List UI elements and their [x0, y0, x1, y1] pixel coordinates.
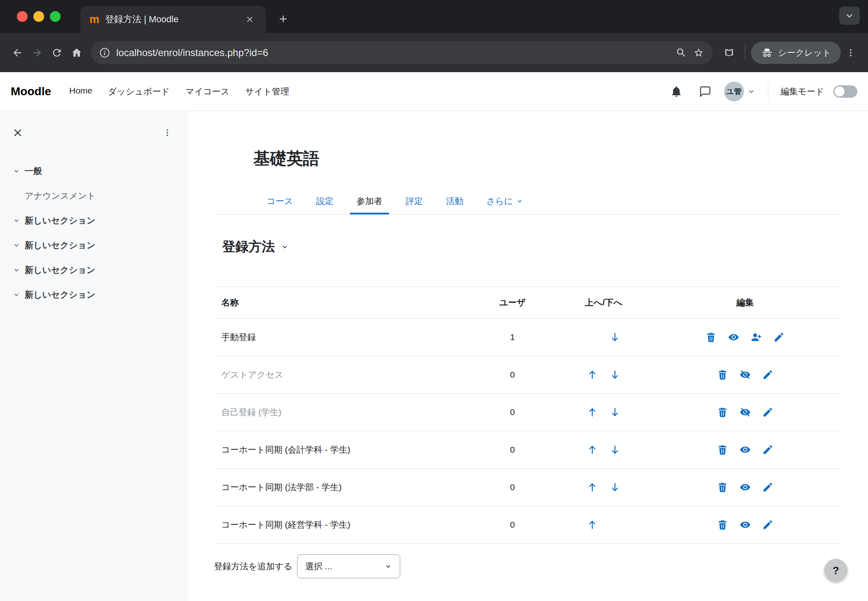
tab-more[interactable]: さらに: [480, 189, 530, 214]
toolbar-divider: [745, 46, 745, 60]
move-up-button[interactable]: [586, 481, 598, 493]
eye-icon: [728, 331, 739, 343]
move-up-button[interactable]: [586, 444, 598, 455]
tab-activities[interactable]: 活動: [439, 189, 470, 214]
messages-button[interactable]: [695, 82, 715, 101]
sidebar-item-section-4[interactable]: 新しいセクション: [0, 282, 188, 307]
url-text[interactable]: localhost/enrol/instances.php?id=6: [116, 47, 670, 59]
hide-button[interactable]: [739, 519, 751, 531]
move-down-button[interactable]: [609, 406, 621, 418]
tab-close-icon[interactable]: [243, 12, 257, 26]
sidebar-item-general[interactable]: 一般: [0, 159, 188, 183]
zoom-icon[interactable]: [676, 47, 687, 59]
site-info-icon[interactable]: [99, 47, 110, 59]
enrol-users-button[interactable]: [751, 331, 762, 343]
move-down-button[interactable]: [609, 481, 621, 493]
move-up-button[interactable]: [586, 369, 598, 380]
new-tab-button[interactable]: [274, 10, 292, 28]
delete-button[interactable]: [705, 331, 717, 343]
reload-button[interactable]: [47, 43, 67, 63]
table-row: 手動登録 1: [214, 319, 842, 356]
add-method-label: 登録方法を追加する: [214, 561, 292, 572]
avatar[interactable]: ユ管: [724, 82, 744, 101]
arrow-up-icon: [586, 519, 598, 531]
delete-button[interactable]: [717, 444, 728, 455]
browser-tab[interactable]: m 登録方法 | Moodle: [80, 6, 266, 33]
tab-course[interactable]: コース: [260, 189, 300, 214]
browser-chrome: m 登録方法 | Moodle localhost/enrol/instance…: [0, 0, 868, 72]
incognito-badge[interactable]: シークレット: [751, 42, 841, 64]
sidebar-item-section-3[interactable]: 新しいセクション: [0, 258, 188, 282]
trash-icon: [717, 369, 728, 380]
chevron-down-icon: [747, 87, 755, 96]
back-button[interactable]: [7, 43, 27, 63]
nav-site-admin[interactable]: サイト管理: [245, 86, 289, 97]
chevron-down-icon: [12, 266, 21, 274]
notifications-button[interactable]: [666, 82, 686, 101]
edit-button[interactable]: [762, 481, 774, 493]
chevron-down-icon: [844, 10, 855, 21]
tab-grades[interactable]: 評定: [399, 189, 429, 214]
delete-button[interactable]: [717, 369, 728, 380]
move-up-button[interactable]: [586, 406, 598, 418]
edit-mode-toggle[interactable]: [833, 85, 857, 98]
move-down-button[interactable]: [609, 331, 621, 343]
help-button[interactable]: ?: [824, 559, 847, 582]
nav-home[interactable]: Home: [69, 86, 92, 97]
user-menu[interactable]: ユ管: [724, 82, 755, 101]
sidebar-kebab-icon[interactable]: [162, 127, 173, 138]
tab-participants[interactable]: 参加者: [350, 189, 389, 214]
hide-button[interactable]: [728, 331, 739, 343]
window-zoom-button[interactable]: [50, 11, 61, 22]
back-icon: [12, 47, 23, 59]
move-down-button[interactable]: [609, 444, 621, 455]
moodle-brand[interactable]: Moodle: [11, 85, 51, 98]
delete-button[interactable]: [717, 481, 728, 493]
window-minimize-button[interactable]: [33, 11, 44, 22]
forward-button[interactable]: [27, 43, 47, 63]
home-button[interactable]: [67, 43, 87, 63]
trash-icon: [717, 406, 728, 418]
course-index-sidebar: 一般 アナウンスメント 新しいセクション 新しいセクション 新しいセクション 新…: [0, 111, 188, 601]
show-button[interactable]: [739, 369, 751, 380]
edit-button[interactable]: [762, 406, 774, 418]
kebab-menu-icon: [845, 47, 856, 59]
edit-button[interactable]: [773, 331, 785, 343]
delete-button[interactable]: [717, 519, 728, 531]
close-drawer-icon[interactable]: [12, 127, 23, 138]
hide-button[interactable]: [739, 444, 751, 455]
edit-button[interactable]: [762, 444, 774, 455]
hide-button[interactable]: [739, 481, 751, 493]
add-method-select[interactable]: 選択 ...: [297, 554, 400, 578]
sidebar-item-section-2[interactable]: 新しいセクション: [0, 233, 188, 258]
move-up-button[interactable]: [586, 519, 598, 531]
eye-off-icon: [739, 369, 751, 380]
enrol-methods-table: 名称 ユーザ 上へ/下へ 編集 手動登録 1: [214, 286, 842, 544]
trash-icon: [717, 519, 728, 531]
table-row: コーホート同期 (経営学科 - 学生) 0: [214, 506, 842, 544]
table-header-row: 名称 ユーザ 上へ/下へ 編集: [214, 287, 842, 319]
nav-my-courses[interactable]: マイコース: [185, 86, 230, 97]
table-row: コーホート同期 (法学部 - 学生) 0: [214, 469, 842, 506]
select-value: 選択 ...: [305, 561, 332, 572]
address-bar[interactable]: localhost/enrol/instances.php?id=6: [91, 41, 713, 64]
browser-menu-button[interactable]: [841, 43, 861, 63]
sidebar-item-section-1[interactable]: 新しいセクション: [0, 208, 188, 233]
tab-search-button[interactable]: [839, 7, 860, 25]
show-button[interactable]: [739, 406, 751, 418]
tab-settings[interactable]: 設定: [310, 189, 340, 214]
reading-list-button[interactable]: [719, 43, 739, 63]
edit-button[interactable]: [762, 519, 774, 531]
bookmark-star-icon[interactable]: [693, 47, 704, 59]
move-down-button[interactable]: [609, 369, 621, 380]
delete-button[interactable]: [717, 406, 728, 418]
window-close-button[interactable]: [17, 11, 28, 22]
trash-icon: [705, 331, 717, 343]
course-index-list: 一般 アナウンスメント 新しいセクション 新しいセクション 新しいセクション 新…: [0, 159, 188, 307]
edit-button[interactable]: [762, 369, 774, 380]
sidebar-item-announcements[interactable]: アナウンスメント: [0, 183, 188, 208]
chevron-down-icon: [12, 216, 21, 225]
eye-icon: [739, 519, 751, 531]
heading-dropdown-icon[interactable]: [281, 243, 289, 251]
nav-dashboard[interactable]: ダッシュボード: [108, 86, 170, 97]
